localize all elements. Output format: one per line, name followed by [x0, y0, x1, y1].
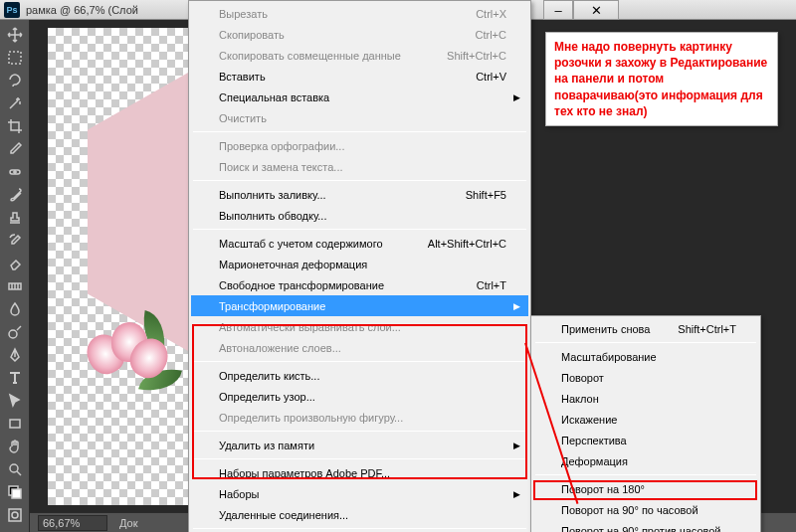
- brush-tool-icon[interactable]: [3, 184, 27, 206]
- eraser-tool-icon[interactable]: [3, 253, 27, 274]
- tools-panel: [0, 20, 30, 532]
- menu-fill[interactable]: Выполнить заливку...Shift+F5: [191, 184, 528, 205]
- submenu-distort[interactable]: Искажение: [533, 409, 758, 430]
- eyedropper-tool-icon[interactable]: [3, 138, 27, 160]
- menu-auto-blend[interactable]: Автоналожение слоев...: [191, 337, 528, 358]
- status-doc-label: Док: [119, 517, 138, 529]
- edit-menu: ВырезатьCtrl+X СкопироватьCtrl+C Скопиро…: [188, 0, 531, 532]
- svg-point-3: [9, 330, 17, 338]
- window-controls: – ✕: [543, 0, 619, 20]
- path-select-tool-icon[interactable]: [3, 390, 27, 412]
- color-swatch-icon[interactable]: [3, 481, 27, 503]
- svg-rect-8: [9, 509, 21, 521]
- rose-image: [78, 316, 177, 406]
- menu-cut[interactable]: ВырезатьCtrl+X: [191, 3, 528, 24]
- blur-tool-icon[interactable]: [3, 298, 27, 320]
- menu-presets[interactable]: Наборы▶: [191, 483, 528, 504]
- crop-tool-icon[interactable]: [3, 115, 27, 137]
- document-title: рамка @ 66,7% (Слой: [26, 4, 138, 16]
- submenu-perspective[interactable]: Перспектива: [533, 430, 758, 450]
- menu-remote[interactable]: Удаленные соединения...: [191, 504, 528, 525]
- annotation-note: Мне надо повернуть картинку розочки я за…: [545, 32, 778, 126]
- menu-define-pattern[interactable]: Определить узор...: [191, 386, 528, 407]
- menu-puppet-warp[interactable]: Марионеточная деформация: [191, 254, 528, 274]
- menu-copy[interactable]: СкопироватьCtrl+C: [191, 24, 528, 45]
- submenu-rotate-90cw[interactable]: Поворот на 90° по часовой: [533, 499, 758, 520]
- pen-tool-icon[interactable]: [3, 344, 27, 366]
- svg-rect-4: [10, 420, 20, 428]
- menu-spelling[interactable]: Проверка орфографии...: [191, 135, 528, 156]
- menu-auto-align[interactable]: Автоматически выравнивать слои...: [191, 316, 528, 337]
- lasso-tool-icon[interactable]: [3, 70, 27, 91]
- svg-point-9: [12, 512, 18, 518]
- menu-find[interactable]: Поиск и замена текста...: [191, 156, 528, 177]
- submenu-rotate-90ccw[interactable]: Поворот на 90° против часовой: [533, 520, 758, 532]
- menu-pdf-presets[interactable]: Наборы параметров Adobe PDF...: [191, 462, 528, 483]
- menu-define-brush[interactable]: Определить кисть...: [191, 365, 528, 386]
- submenu-skew[interactable]: Наклон: [533, 388, 758, 409]
- healing-tool-icon[interactable]: [3, 161, 27, 183]
- submenu-scale[interactable]: Масштабирование: [533, 346, 758, 367]
- menu-paste-special[interactable]: Специальная вставка▶: [191, 87, 528, 107]
- zoom-level[interactable]: 66,67%: [38, 515, 107, 531]
- wand-tool-icon[interactable]: [3, 92, 27, 114]
- rectangle-tool-icon[interactable]: [3, 413, 27, 435]
- menu-paste[interactable]: ВставитьCtrl+V: [191, 66, 528, 87]
- menu-transform[interactable]: Трансформирование▶: [191, 295, 528, 316]
- menu-clear[interactable]: Очистить: [191, 107, 528, 128]
- svg-point-5: [10, 464, 18, 472]
- svg-rect-7: [12, 489, 21, 498]
- submenu-again[interactable]: Применить сноваShift+Ctrl+T: [533, 318, 758, 339]
- menu-stroke[interactable]: Выполнить обводку...: [191, 205, 528, 226]
- menu-copy-merged[interactable]: Скопировать совмещенные данныеShift+Ctrl…: [191, 45, 528, 66]
- svg-rect-0: [9, 52, 21, 64]
- marquee-tool-icon[interactable]: [3, 47, 27, 69]
- transform-submenu: Применить сноваShift+Ctrl+T Масштабирова…: [530, 315, 761, 532]
- zoom-tool-icon[interactable]: [3, 458, 27, 480]
- gradient-tool-icon[interactable]: [3, 275, 27, 297]
- close-button[interactable]: ✕: [573, 0, 619, 20]
- history-brush-tool-icon[interactable]: [3, 230, 27, 252]
- type-tool-icon[interactable]: [3, 367, 27, 389]
- submenu-rotate[interactable]: Поворот: [533, 367, 758, 388]
- minimize-button[interactable]: –: [543, 0, 573, 20]
- dodge-tool-icon[interactable]: [3, 321, 27, 343]
- stamp-tool-icon[interactable]: [3, 207, 27, 229]
- quickmask-icon[interactable]: [3, 504, 27, 526]
- submenu-rotate-180[interactable]: Поворот на 180°: [533, 478, 758, 499]
- menu-purge[interactable]: Удалить из памяти▶: [191, 435, 528, 455]
- menu-define-shape[interactable]: Определить произвольную фигуру...: [191, 407, 528, 428]
- submenu-warp[interactable]: Деформация: [533, 450, 758, 471]
- menu-content-aware-scale[interactable]: Масштаб с учетом содержимогоAlt+Shift+Ct…: [191, 233, 528, 254]
- menu-free-transform[interactable]: Свободное трансформированиеCtrl+T: [191, 274, 528, 295]
- hand-tool-icon[interactable]: [3, 436, 27, 457]
- move-tool-icon[interactable]: [3, 24, 27, 46]
- photoshop-app-icon: Ps: [4, 2, 20, 18]
